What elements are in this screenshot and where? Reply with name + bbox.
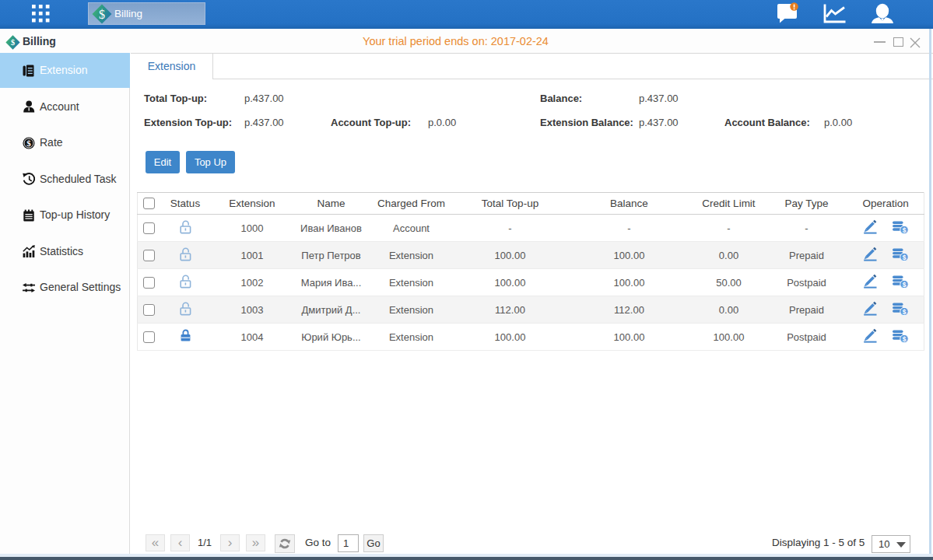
svg-text:$: $: [99, 7, 105, 20]
svg-text:$: $: [902, 254, 906, 261]
svg-text:$: $: [902, 281, 906, 289]
svg-text:$: $: [26, 138, 31, 148]
svg-text:$: $: [902, 226, 906, 234]
svg-text:$: $: [902, 335, 906, 343]
svg-text:$: $: [902, 308, 906, 316]
